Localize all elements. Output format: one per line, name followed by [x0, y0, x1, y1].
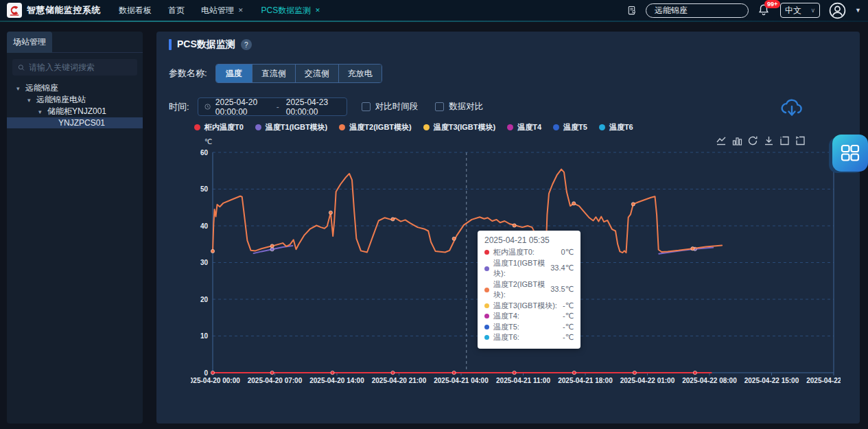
- save-image-icon[interactable]: [764, 136, 774, 146]
- legend-label: 柜内温度T0: [204, 122, 244, 132]
- tree-node-selected[interactable]: YNJZPCS01: [7, 117, 143, 128]
- station-search-input[interactable]: 远能锦座: [646, 3, 749, 18]
- tree-node-level1[interactable]: ▾ 远能锦座电站: [7, 94, 143, 106]
- series-dot-icon: [484, 335, 489, 340]
- tab-station-management[interactable]: 电站管理 ✕: [201, 5, 244, 16]
- param-button-temperature[interactable]: 温度: [216, 65, 252, 82]
- param-button-charge-discharge[interactable]: 充放电: [338, 65, 382, 82]
- tree-search-box[interactable]: [12, 59, 137, 76]
- data-zoom-icon[interactable]: [779, 136, 790, 146]
- bar-chart-icon[interactable]: [732, 136, 742, 146]
- top-navbar: 智慧储能监控系统 数据看板 首页 电站管理 ✕ PCS数据监测 ✕ 远能锦座: [0, 0, 868, 21]
- svg-text:℃: ℃: [204, 138, 212, 146]
- series-dot-icon: [484, 250, 489, 255]
- close-icon[interactable]: ✕: [315, 7, 320, 14]
- legend-label: 温度T3(IGBT模块): [434, 122, 495, 132]
- caret-down-icon[interactable]: ▾: [27, 97, 33, 104]
- legend-item-2[interactable]: 温度T2(IGBT模块): [339, 122, 411, 132]
- chart-toolbar: [716, 136, 806, 146]
- legend-dot-icon: [507, 124, 513, 130]
- compare-period-checkbox[interactable]: 对比时间段: [362, 101, 419, 113]
- svg-text:50: 50: [200, 185, 209, 193]
- svg-text:2025-04-22 01:00: 2025-04-22 01:00: [620, 377, 675, 384]
- legend-item-6[interactable]: 温度T6: [599, 122, 633, 132]
- notifications-button[interactable]: 99+: [758, 3, 771, 17]
- legend-dot-icon: [599, 124, 605, 130]
- checkbox-icon[interactable]: [362, 102, 371, 111]
- tree-node-level2[interactable]: ▾ 储能柜YNJZ001: [7, 106, 143, 117]
- legend-item-4[interactable]: 温度T4: [507, 122, 541, 132]
- cloud-download-icon[interactable]: [779, 96, 805, 121]
- notification-badge: 99+: [764, 0, 780, 8]
- tooltip-row: 温度T1(IGBT模块):33.4℃: [484, 258, 574, 279]
- app-logo[interactable]: [7, 3, 22, 18]
- zoom-reset-icon[interactable]: [795, 136, 806, 146]
- legend-item-5[interactable]: 温度T5: [553, 122, 587, 132]
- legend-item-1[interactable]: 温度T1(IGBT模块): [255, 122, 327, 132]
- title-accent-bar: [169, 39, 172, 50]
- quick-menu-button[interactable]: [832, 135, 868, 172]
- svg-text:2025-04-22 08:00: 2025-04-22 08:00: [682, 377, 737, 384]
- param-button-dc-side[interactable]: 直流侧: [252, 65, 295, 82]
- series-dot-icon: [484, 325, 489, 329]
- chevron-down-icon: ∨: [810, 7, 815, 14]
- tooltip-row: 温度T2(IGBT模块):33.5℃: [484, 279, 574, 301]
- svg-text:0: 0: [204, 369, 208, 377]
- line-chart-icon[interactable]: [716, 136, 727, 146]
- series-dot-icon: [484, 288, 489, 292]
- series-dot-icon: [484, 303, 489, 308]
- series-dot-icon: [484, 314, 489, 318]
- user-menu-caret-icon[interactable]: ▼: [855, 7, 861, 14]
- nav-item-home[interactable]: 首页: [168, 5, 185, 16]
- tree-node-level0[interactable]: ▾ 远能锦座: [7, 82, 143, 94]
- navbar-accent-border: [0, 21, 868, 22]
- avatar[interactable]: [829, 2, 846, 19]
- legend-dot-icon: [423, 124, 430, 130]
- legend-dot-icon: [255, 124, 261, 130]
- svg-text:2025-04-21 04:00: 2025-04-21 04:00: [434, 377, 489, 384]
- svg-text:30: 30: [200, 259, 209, 266]
- tab-pcs-data-monitoring[interactable]: PCS数据监测 ✕: [261, 5, 320, 16]
- restore-icon[interactable]: [748, 136, 758, 146]
- svg-text:2025-04-22 22:00: 2025-04-22 22:00: [806, 377, 841, 384]
- tooltip-row: 温度T3(IGBT模块):-℃: [484, 301, 574, 312]
- report-icon[interactable]: [626, 5, 637, 15]
- legend-item-0[interactable]: 柜内温度T0: [194, 122, 244, 132]
- time-start-value[interactable]: 2025-04-20 00:00:00: [215, 97, 270, 117]
- nav-item-dashboard[interactable]: 数据看板: [119, 5, 152, 16]
- legend-label: 温度T1(IGBT模块): [266, 122, 327, 132]
- tooltip-row: 温度T6:-℃: [484, 332, 574, 343]
- legend-dot-icon: [194, 124, 200, 130]
- language-select[interactable]: 中文 ∨: [780, 3, 820, 18]
- caret-down-icon[interactable]: ▾: [16, 85, 22, 92]
- app-root: 智慧储能监控系统 数据看板 首页 电站管理 ✕ PCS数据监测 ✕ 远能锦座: [0, 0, 868, 429]
- svg-text:2025-04-21 11:00: 2025-04-21 11:00: [496, 377, 550, 384]
- tab-station-tree[interactable]: 场站管理: [7, 32, 52, 53]
- logo-icon: [8, 4, 21, 16]
- close-icon[interactable]: ✕: [238, 7, 244, 14]
- time-label: 时间:: [169, 101, 189, 113]
- caret-down-icon[interactable]: ▾: [38, 108, 44, 115]
- chart-tooltip: 2025-04-21 05:35 柜内温度T0:0℃温度T1(IGBT模块):3…: [478, 231, 580, 349]
- time-end-value[interactable]: 2025-04-23 00:00:00: [286, 97, 340, 117]
- legend-label: 温度T4: [517, 122, 541, 132]
- svg-text:40: 40: [200, 222, 209, 230]
- help-icon[interactable]: ?: [241, 39, 252, 50]
- app-title: 智慧储能监控系统: [27, 4, 101, 16]
- legend-label: 温度T2(IGBT模块): [349, 122, 411, 132]
- svg-text:2025-04-20 21:00: 2025-04-20 21:00: [372, 377, 427, 384]
- time-range-picker[interactable]: 2025-04-20 00:00:00 - 2025-04-23 00:00:0…: [198, 97, 347, 116]
- legend-label: 温度T6: [609, 122, 633, 132]
- clock-icon: [204, 102, 211, 111]
- sidebar-tabstrip: 场站管理: [7, 32, 143, 53]
- chart-legend: 柜内温度T0温度T1(IGBT模块)温度T2(IGBT模块)温度T3(IGBT模…: [194, 122, 633, 132]
- tree-search-input[interactable]: [29, 62, 132, 72]
- svg-text:2025-04-20 07:00: 2025-04-20 07:00: [248, 377, 303, 384]
- legend-item-3[interactable]: 温度T3(IGBT模块): [423, 122, 495, 132]
- svg-text:2025-04-20 14:00: 2025-04-20 14:00: [309, 377, 364, 384]
- checkbox-icon[interactable]: [435, 102, 444, 111]
- legend-label: 温度T5: [563, 122, 587, 132]
- data-compare-checkbox[interactable]: 数据对比: [435, 101, 483, 113]
- param-button-ac-side[interactable]: 交流侧: [295, 65, 338, 82]
- param-button-group: 温度 直流侧 交流侧 充放电: [215, 64, 382, 83]
